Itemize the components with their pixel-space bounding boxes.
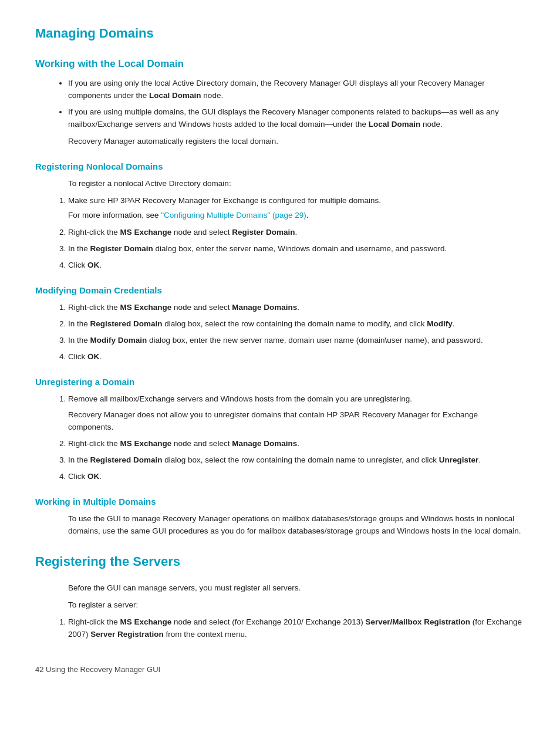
- bold-manage-domains-2: Manage Domains: [232, 439, 297, 448]
- list-item: Right-click the MS Exchange node and sel…: [68, 302, 525, 314]
- configuring-multiple-domains-link[interactable]: "Configuring Multiple Domains" (page 29): [161, 211, 306, 220]
- list-item: In the Registered Domain dialog box, sel…: [68, 454, 525, 467]
- bold-server-registration: Server Registration: [90, 630, 164, 639]
- bullet-text: If you are using only the local Active D…: [68, 79, 485, 100]
- bold-unregister: Unregister: [439, 455, 479, 464]
- step-text: Right-click the MS Exchange node and sel…: [68, 228, 297, 237]
- list-item: Right-click the MS Exchange node and sel…: [68, 227, 525, 239]
- step-text: Click OK.: [68, 472, 102, 481]
- list-item: In the Register Domain dialog box, enter…: [68, 243, 525, 255]
- step-text: In the Register Domain dialog box, enter…: [68, 244, 447, 253]
- step-text: In the Registered Domain dialog box, sel…: [68, 455, 481, 464]
- working-local-bullets: If you are using only the local Active D…: [68, 77, 525, 131]
- list-item: If you are using multiple domains, the G…: [68, 106, 525, 131]
- list-item: Right-click the MS Exchange node and sel…: [68, 616, 525, 641]
- list-item: If you are using only the local Active D…: [68, 77, 525, 102]
- modifying-domain-steps: Right-click the MS Exchange node and sel…: [68, 302, 525, 363]
- registering-servers-intro1: Before the GUI can manage servers, you m…: [68, 582, 525, 595]
- bold-server-mailbox-registration: Server/Mailbox Registration: [366, 617, 471, 626]
- registering-servers-steps: Right-click the MS Exchange node and sel…: [68, 616, 525, 641]
- bold-ms-exchange-2: MS Exchange: [120, 303, 172, 312]
- list-item: Make sure HP 3PAR Recovery Manager for E…: [68, 195, 525, 222]
- bold-registered-domain-2: Registered Domain: [90, 455, 163, 464]
- page-footer: 42 Using the Recovery Manager GUI: [35, 664, 525, 676]
- unregistering-steps: Remove all mailbox/Exchange servers and …: [68, 393, 525, 483]
- list-item: Click OK.: [68, 471, 525, 483]
- page-title: Managing Domains: [35, 23, 525, 43]
- section-modifying-domain-title: Modifying Domain Credentials: [35, 283, 525, 297]
- bold-ok-3: OK: [87, 472, 99, 481]
- step-text: Remove all mailbox/Exchange servers and …: [68, 394, 412, 403]
- working-multiple-body: To use the GUI to manage Recovery Manage…: [68, 513, 525, 538]
- step-text: Right-click the MS Exchange node and sel…: [68, 439, 299, 448]
- list-item: In the Registered Domain dialog box, sel…: [68, 318, 525, 330]
- section-unregistering-title: Unregistering a Domain: [35, 375, 525, 389]
- bold-ok-1: OK: [87, 261, 99, 269]
- bold-ok-2: OK: [87, 352, 99, 361]
- bold-register-domain-dialog: Register Domain: [90, 244, 153, 253]
- section-working-local-title: Working with the Local Domain: [35, 56, 525, 72]
- bold-local-domain-2: Local Domain: [369, 120, 421, 129]
- registering-servers-intro2: To register a server:: [68, 599, 525, 612]
- step-text: Right-click the MS Exchange node and sel…: [68, 303, 299, 312]
- bold-register-domain: Register Domain: [232, 228, 295, 237]
- bold-ms-exchange-3: MS Exchange: [120, 439, 172, 448]
- list-item: In the Modify Domain dialog box, enter t…: [68, 335, 525, 347]
- bullet-text: If you are using multiple domains, the G…: [68, 107, 499, 129]
- step-text: Make sure HP 3PAR Recovery Manager for E…: [68, 196, 381, 205]
- list-item: Click OK.: [68, 351, 525, 363]
- registering-nonlocal-steps: Make sure HP 3PAR Recovery Manager for E…: [68, 195, 525, 272]
- registering-nonlocal-intro: To register a nonlocal Active Directory …: [68, 178, 525, 190]
- list-item: Click OK.: [68, 259, 525, 272]
- bold-ms-exchange-4: MS Exchange: [120, 617, 172, 626]
- list-item: Remove all mailbox/Exchange servers and …: [68, 393, 525, 434]
- step-text: In the Registered Domain dialog box, sel…: [68, 319, 455, 328]
- bold-ms-exchange: MS Exchange: [120, 228, 172, 237]
- bold-local-domain-1: Local Domain: [149, 91, 201, 100]
- bold-manage-domains-1: Manage Domains: [232, 303, 297, 312]
- bold-registered-domain-1: Registered Domain: [90, 319, 163, 328]
- section-registering-nonlocal-title: Registering Nonlocal Domains: [35, 160, 525, 173]
- step-subtext: For more information, see "Configuring M…: [68, 210, 525, 222]
- working-local-footer: Recovery Manager automatically registers…: [68, 136, 525, 148]
- section-working-multiple-title: Working in Multiple Domains: [35, 495, 525, 508]
- step-subtext: Recovery Manager does not allow you to u…: [68, 409, 525, 434]
- step-text: Right-click the MS Exchange node and sel…: [68, 617, 522, 639]
- step-text: Click OK.: [68, 352, 102, 361]
- list-item: Right-click the MS Exchange node and sel…: [68, 438, 525, 450]
- section-registering-servers-title: Registering the Servers: [35, 552, 525, 572]
- step-text: Click OK.: [68, 261, 102, 269]
- bold-modify-domain: Modify Domain: [90, 336, 147, 345]
- bold-modify: Modify: [427, 319, 453, 328]
- step-text: In the Modify Domain dialog box, enter t…: [68, 336, 483, 345]
